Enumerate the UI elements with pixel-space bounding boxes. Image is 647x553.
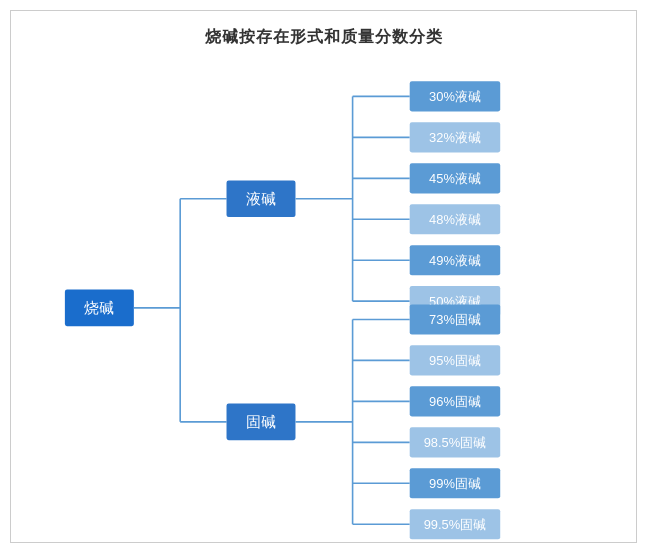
svg-text:48%液碱: 48%液碱 (429, 212, 481, 227)
svg-text:液碱: 液碱 (246, 190, 276, 207)
svg-text:98.5%固碱: 98.5%固碱 (424, 435, 487, 450)
chart-title: 烧碱按存在形式和质量分数分类 (205, 27, 443, 48)
svg-text:99%固碱: 99%固碱 (429, 476, 481, 491)
svg-text:45%液碱: 45%液碱 (429, 171, 481, 186)
svg-text:固碱: 固碱 (246, 413, 276, 430)
chart-container: 烧碱按存在形式和质量分数分类 烧碱液碱固碱30%液碱32%液碱45%液碱48%液… (10, 10, 637, 543)
svg-text:96%固碱: 96%固碱 (429, 394, 481, 409)
svg-text:49%液碱: 49%液碱 (429, 253, 481, 268)
svg-text:99.5%固碱: 99.5%固碱 (424, 517, 487, 532)
svg-text:32%液碱: 32%液碱 (429, 130, 481, 145)
tree-svg-container: 烧碱液碱固碱30%液碱32%液碱45%液碱48%液碱49%液碱50%液碱73%固… (11, 58, 636, 553)
svg-text:95%固碱: 95%固碱 (429, 353, 481, 368)
svg-text:30%液碱: 30%液碱 (429, 89, 481, 104)
svg-text:烧碱: 烧碱 (84, 299, 114, 316)
svg-text:73%固碱: 73%固碱 (429, 312, 481, 327)
